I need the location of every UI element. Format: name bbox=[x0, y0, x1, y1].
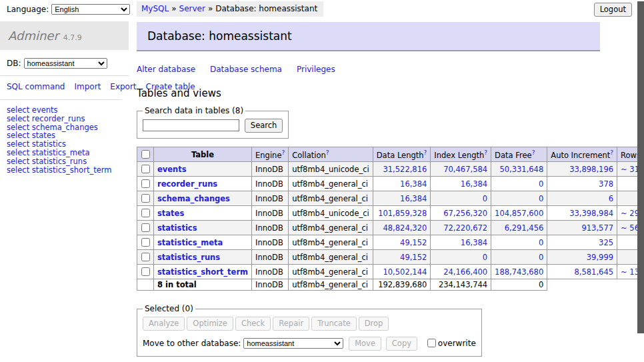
value-link-auto-increment[interactable]: 6 bbox=[609, 194, 613, 203]
total-data-free: 0 bbox=[491, 279, 547, 291]
sidebar-select-statistics_runs[interactable]: select statistics_runs bbox=[7, 157, 129, 166]
value-link-data-length[interactable]: 16,384 bbox=[400, 179, 427, 189]
help-icon[interactable]: ? bbox=[484, 149, 487, 156]
row-checkbox[interactable] bbox=[141, 253, 150, 261]
row-checkbox-cell bbox=[137, 206, 154, 221]
sidebar-select-events[interactable]: select events bbox=[7, 106, 129, 115]
value-link-data-free[interactable]: 50,331,648 bbox=[499, 165, 543, 174]
value-link-index-length[interactable]: 0 bbox=[483, 253, 487, 262]
copy-button[interactable]: Copy bbox=[386, 337, 417, 351]
move-button[interactable]: Move bbox=[349, 337, 381, 351]
search-input[interactable] bbox=[143, 119, 239, 131]
value-link-auto-increment[interactable]: 33,898,196 bbox=[569, 165, 613, 174]
select-all-checkbox[interactable] bbox=[141, 150, 150, 159]
table-link-statistics_meta[interactable]: statistics_meta bbox=[157, 238, 223, 247]
logout-button[interactable]: Logout bbox=[594, 3, 632, 17]
value-link-index-length[interactable]: 72,220,672 bbox=[443, 223, 487, 233]
value-link-auto-increment[interactable]: 325 bbox=[599, 238, 613, 247]
cell-index-length: 70,467,584 bbox=[431, 162, 491, 177]
value-link-data-free[interactable]: 0 bbox=[539, 253, 543, 262]
table-link-recorder_runs[interactable]: recorder_runs bbox=[157, 179, 217, 189]
table-link-statistics_short_term[interactable]: statistics_short_term bbox=[157, 267, 248, 277]
table-row: statistics_runsInnoDButf8mb4_general_ci4… bbox=[137, 250, 644, 265]
table-link-states[interactable]: states bbox=[157, 209, 184, 218]
cell-engine: InnoDB bbox=[252, 177, 289, 191]
value-link-index-length[interactable]: 16,384 bbox=[461, 238, 487, 247]
sidebar-select-recorder_runs[interactable]: select recorder_runs bbox=[7, 115, 129, 123]
value-link-data-length[interactable]: 16,384 bbox=[400, 194, 427, 203]
truncate-button[interactable]: Truncate bbox=[311, 317, 357, 331]
table-link-events[interactable]: events bbox=[157, 165, 187, 174]
vertical-scrollbar[interactable] bbox=[637, 0, 644, 362]
column-header-collation: Collation? bbox=[289, 147, 373, 162]
value-link-data-length[interactable]: 49,152 bbox=[400, 238, 427, 247]
db-label: DB: bbox=[7, 59, 21, 68]
value-link-data-free[interactable]: 6,291,456 bbox=[505, 223, 544, 233]
value-link-data-free[interactable]: 188,743,680 bbox=[495, 267, 543, 277]
drop-button[interactable]: Drop bbox=[359, 317, 389, 331]
cell-index-length: 16,384 bbox=[431, 235, 491, 250]
help-icon[interactable]: ? bbox=[532, 149, 535, 156]
value-link-index-length[interactable]: 67,256,320 bbox=[443, 209, 487, 218]
sidebar-select-statistics_meta[interactable]: select statistics_meta bbox=[7, 149, 129, 157]
sidebar-select-statistics_short_term[interactable]: select statistics_short_term bbox=[7, 166, 129, 175]
value-link-data-length[interactable]: 31,522,816 bbox=[383, 165, 427, 174]
value-link-index-length[interactable]: 24,166,400 bbox=[443, 267, 487, 277]
value-link-data-free[interactable]: 0 bbox=[539, 179, 543, 189]
table-link-statistics_runs[interactable]: statistics_runs bbox=[157, 253, 220, 262]
analyze-button[interactable]: Analyze bbox=[143, 317, 185, 331]
value-link-data-free[interactable]: 104,857,600 bbox=[495, 209, 543, 218]
repair-button[interactable]: Repair bbox=[273, 317, 309, 331]
row-checkbox-cell bbox=[137, 191, 154, 206]
cell-engine: InnoDB bbox=[252, 191, 289, 206]
db-select[interactable]: homeassistant bbox=[24, 58, 107, 69]
action-link-privileges[interactable]: Privileges bbox=[297, 65, 335, 74]
action-link-alter-database[interactable]: Alter database bbox=[137, 65, 195, 74]
help-icon[interactable]: ? bbox=[281, 149, 285, 156]
row-checkbox[interactable] bbox=[141, 223, 150, 232]
breadcrumb-mysql[interactable]: MySQL bbox=[141, 4, 169, 13]
value-link-auto-increment[interactable]: 33,398,984 bbox=[569, 209, 613, 218]
value-link-index-length[interactable]: 16,384 bbox=[461, 179, 487, 189]
sidebar-link-export[interactable]: Export bbox=[110, 82, 136, 91]
table-link-schema_changes[interactable]: schema_changes bbox=[157, 194, 230, 203]
value-link-data-free[interactable]: 0 bbox=[539, 238, 543, 247]
breadcrumb-server[interactable]: Server bbox=[179, 4, 205, 13]
value-link-data-length[interactable]: 49,152 bbox=[400, 253, 427, 262]
row-checkbox[interactable] bbox=[141, 267, 150, 276]
value-link-data-length[interactable]: 101,859,328 bbox=[378, 209, 427, 218]
value-link-auto-increment[interactable]: 39,999 bbox=[587, 253, 613, 262]
optimize-button[interactable]: Optimize bbox=[187, 317, 233, 331]
value-link-auto-increment[interactable]: 378 bbox=[599, 179, 613, 189]
value-link-auto-increment[interactable]: 8,581,645 bbox=[575, 267, 614, 277]
value-link-data-free[interactable]: 0 bbox=[539, 194, 543, 203]
language-select[interactable]: English bbox=[51, 4, 130, 15]
cell-auto-increment: 6 bbox=[547, 191, 617, 206]
search-button[interactable]: Search bbox=[245, 119, 283, 133]
move-db-select[interactable]: homeassistant bbox=[243, 338, 343, 349]
table-link-statistics[interactable]: statistics bbox=[157, 223, 197, 233]
help-icon[interactable]: ? bbox=[326, 149, 329, 156]
value-link-index-length[interactable]: 0 bbox=[483, 194, 487, 203]
check-button[interactable]: Check bbox=[235, 317, 271, 331]
scrollbar-thumb[interactable] bbox=[637, 1, 644, 333]
overwrite-checkbox[interactable] bbox=[427, 339, 436, 347]
action-link-database-schema[interactable]: Database schema bbox=[210, 65, 282, 74]
row-checkbox[interactable] bbox=[141, 238, 150, 247]
breadcrumb-current: Database: homeassistant bbox=[215, 4, 317, 13]
value-link-data-length[interactable]: 10,502,144 bbox=[383, 267, 427, 277]
value-link-index-length[interactable]: 70,467,584 bbox=[443, 165, 487, 174]
row-checkbox[interactable] bbox=[141, 209, 150, 217]
row-checkbox[interactable] bbox=[141, 179, 150, 188]
table-row: statistics_metaInnoDButf8mb4_general_ci4… bbox=[137, 235, 644, 250]
page-title: Database: homeassistant bbox=[137, 22, 600, 51]
sidebar-link-sql-command[interactable]: SQL command bbox=[7, 82, 65, 91]
value-link-auto-increment[interactable]: 913,577 bbox=[581, 223, 613, 233]
row-checkbox[interactable] bbox=[141, 194, 150, 203]
value-link-data-length[interactable]: 48,824,320 bbox=[383, 223, 427, 233]
row-checkbox[interactable] bbox=[141, 165, 150, 173]
sidebar-link-import[interactable]: Import bbox=[74, 82, 101, 91]
help-icon[interactable]: ? bbox=[610, 149, 613, 156]
table-row: eventsInnoDButf8mb4_unicode_ci31,522,816… bbox=[137, 162, 644, 177]
help-icon[interactable]: ? bbox=[424, 149, 427, 156]
